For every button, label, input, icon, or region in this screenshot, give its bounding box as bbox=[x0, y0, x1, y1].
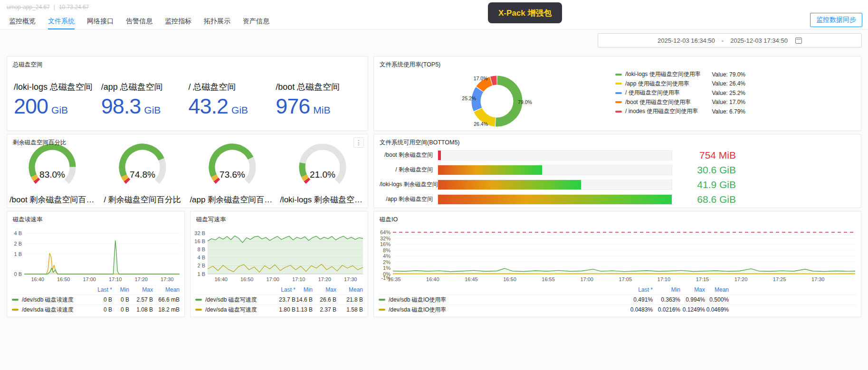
bar-label: /boot 剩余磁盘空间 bbox=[380, 151, 438, 159]
gauge-chart[interactable]: 83.0% bbox=[24, 141, 80, 195]
legend-header-last[interactable]: Last * bbox=[620, 286, 653, 293]
stat-last: 23.7 B bbox=[272, 296, 296, 303]
legend-row: /dev/sdb 磁盘写速度 23.7 B 14.6 B 26.6 B 21.8… bbox=[195, 294, 363, 304]
stat-min: 0 B bbox=[112, 306, 129, 313]
legend-header-min[interactable]: Min bbox=[296, 286, 313, 293]
legend-item[interactable]: /loki-logs 使用磁盘空间使用率 Value: 79.0% bbox=[615, 70, 745, 79]
legend-header: Last * Min Max Mean bbox=[379, 285, 856, 294]
series-name: /dev/sdb 磁盘IO使用率 bbox=[389, 296, 446, 304]
legend-series[interactable]: /dev/sda 磁盘读速度 bbox=[12, 306, 88, 314]
svg-text:64%: 64% bbox=[380, 229, 391, 235]
stat: / 总磁盘空间 43.2GiB bbox=[188, 81, 275, 117]
bar-value: 30.6 GiB bbox=[679, 164, 736, 176]
chart-legend: Last * Min Max Mean /dev/sdb 磁盘写速度 23.7 … bbox=[195, 285, 363, 314]
legend-item[interactable]: / inodes 使用磁盘空间使用率 Value: 6.79% bbox=[615, 107, 745, 116]
legend-header-max[interactable]: Max bbox=[129, 286, 153, 293]
series-color-marker bbox=[615, 83, 622, 85]
bar-track[interactable] bbox=[438, 194, 672, 205]
legend-label: /boot 使用磁盘空间使用率 bbox=[625, 98, 708, 106]
svg-text:73.6%: 73.6% bbox=[219, 170, 245, 180]
svg-text:2 B: 2 B bbox=[14, 241, 22, 247]
svg-text:16:50: 16:50 bbox=[57, 276, 70, 282]
bar-value: 754 MiB bbox=[679, 150, 736, 161]
series-color-marker bbox=[615, 111, 622, 113]
calendar-icon[interactable] bbox=[795, 38, 802, 44]
legend-header-last[interactable]: Last * bbox=[272, 286, 296, 293]
chart-legend: Last * Min Max Mean /dev/sdb 磁盘IO使用率 0.4… bbox=[379, 285, 856, 314]
time-range-picker[interactable]: 2025-12-03 16:34:50 - 2025-12-03 17:34:5… bbox=[598, 33, 862, 47]
legend-series[interactable]: /dev/sdb 磁盘写速度 bbox=[195, 296, 272, 304]
gauge-chart[interactable]: 21.0% bbox=[295, 141, 351, 195]
svg-text:1 B: 1 B bbox=[14, 251, 22, 257]
svg-text:8 B: 8 B bbox=[197, 247, 205, 252]
top-bar: umop-app_24.67 | 10.73.24.67 监控概览 文件系统 网… bbox=[0, 0, 868, 29]
legend-item[interactable]: /boot 使用磁盘空间使用率 Value: 17.0% bbox=[615, 98, 745, 107]
chart-legend: Last * Min Max Mean /dev/sdb 磁盘读速度 0 B 0… bbox=[12, 285, 180, 314]
bargauge-row: /app 剩余磁盘空间 68.6 GiB bbox=[380, 192, 855, 207]
panel-title[interactable]: 磁盘IO bbox=[380, 216, 398, 224]
series-name: /dev/sda 磁盘写速度 bbox=[205, 306, 257, 314]
legend-header-min[interactable]: Min bbox=[112, 286, 129, 293]
svg-text:16:50: 16:50 bbox=[503, 276, 516, 282]
stat-label: /loki-logs 总磁盘空间 bbox=[14, 81, 100, 93]
legend-item[interactable]: /app 使用磁盘空间使用率 Value: 26.4% bbox=[615, 79, 745, 89]
legend-header-mean[interactable]: Mean bbox=[705, 286, 729, 293]
time-start: 2025-12-03 16:34:50 bbox=[658, 37, 715, 44]
series-name: /dev/sdb 磁盘写速度 bbox=[205, 296, 257, 304]
panel-title[interactable]: 磁盘写速率 bbox=[196, 216, 226, 224]
stat-unit: GiB bbox=[51, 104, 68, 116]
stat-mean: 18.2 mB bbox=[153, 306, 180, 313]
xpack-badge[interactable]: X-Pack 增强包 bbox=[488, 2, 562, 23]
stat-min: 0.363% bbox=[653, 296, 680, 303]
panel-title[interactable]: 文件系统使用率(TOP5) bbox=[380, 61, 440, 69]
fs-usage-donut-chart[interactable]: 79.0%26.4%25.2%17.0% bbox=[447, 67, 547, 132]
stat-label: /boot 总磁盘空间 bbox=[276, 81, 362, 93]
stat: /app 总磁盘空间 98.3GiB bbox=[100, 81, 188, 117]
panel-title[interactable]: 文件系统可用空间(BOTTOM5) bbox=[380, 139, 460, 147]
gauge-label: / 剩余磁盘空间百分比 bbox=[104, 194, 181, 205]
tab-assets[interactable]: 资产信息 bbox=[237, 14, 276, 29]
gauge-label: /loki-logs 剩余磁盘空间百分比 bbox=[280, 194, 365, 205]
panel-title[interactable]: 总磁盘空间 bbox=[13, 61, 43, 69]
legend-header-mean[interactable]: Mean bbox=[336, 286, 363, 293]
gauge-chart[interactable]: 73.6% bbox=[204, 141, 260, 195]
bargauge: /boot 剩余磁盘空间 754 MiB / 剩余磁盘空间 30.6 GiB /… bbox=[380, 148, 855, 207]
svg-text:32 B: 32 B bbox=[194, 230, 205, 236]
bar-track[interactable] bbox=[438, 165, 672, 175]
svg-text:83.0%: 83.0% bbox=[39, 170, 65, 180]
legend-header-min[interactable]: Min bbox=[653, 286, 680, 293]
bar-track[interactable] bbox=[438, 180, 672, 190]
sync-data-button[interactable]: 监控数据同步 bbox=[810, 13, 862, 27]
tab-network[interactable]: 网络接口 bbox=[81, 14, 120, 29]
disk-io-chart[interactable]: 64%32%16%8%4%2%1%0%-1%16:3516:4016:4516:… bbox=[374, 211, 862, 285]
legend-series[interactable]: /dev/sdb 磁盘IO使用率 bbox=[379, 296, 620, 304]
tab-filesystem[interactable]: 文件系统 bbox=[42, 14, 81, 29]
panel-title[interactable]: 剩余磁盘空间百分比 bbox=[13, 139, 67, 147]
legend-series[interactable]: /dev/sda 磁盘写速度 bbox=[195, 306, 272, 314]
tab-metrics[interactable]: 监控指标 bbox=[159, 14, 198, 29]
legend-header-mean[interactable]: Mean bbox=[153, 286, 180, 293]
stat-unit: MiB bbox=[313, 104, 330, 116]
legend-series[interactable]: /dev/sda 磁盘IO使用率 bbox=[379, 306, 620, 314]
legend-header-last[interactable]: Last * bbox=[88, 286, 112, 293]
bar-track[interactable] bbox=[438, 150, 672, 161]
legend-item[interactable]: / 使用磁盘空间使用率 Value: 25.2% bbox=[615, 88, 745, 98]
svg-text:2 B: 2 B bbox=[197, 263, 205, 268]
legend-row: /dev/sda 磁盘IO使用率 0.0483% 0.0216% 0.1249%… bbox=[379, 304, 856, 314]
tab-topology[interactable]: 拓扑展示 bbox=[198, 14, 237, 29]
stat-mean: 0.500% bbox=[705, 296, 729, 303]
stat-max: 0.1249% bbox=[680, 306, 705, 313]
svg-text:17.0%: 17.0% bbox=[474, 76, 488, 81]
panel-title[interactable]: 磁盘读速率 bbox=[13, 216, 43, 224]
legend-header-max[interactable]: Max bbox=[680, 286, 705, 293]
tab-overview[interactable]: 监控概览 bbox=[3, 14, 42, 29]
gauge-chart[interactable]: 74.8% bbox=[114, 141, 171, 195]
tab-alerts[interactable]: 告警信息 bbox=[120, 14, 159, 29]
gauge-block: 74.8% / 剩余磁盘空间百分比 bbox=[97, 141, 188, 205]
host-divider: | bbox=[54, 4, 55, 10]
svg-text:16:40: 16:40 bbox=[426, 276, 439, 282]
svg-text:17:20: 17:20 bbox=[734, 276, 748, 282]
legend-header-max[interactable]: Max bbox=[313, 286, 336, 293]
legend-series[interactable]: /dev/sdb 磁盘读速度 bbox=[12, 296, 88, 304]
panel-menu-icon[interactable]: ⋮ bbox=[353, 137, 364, 148]
